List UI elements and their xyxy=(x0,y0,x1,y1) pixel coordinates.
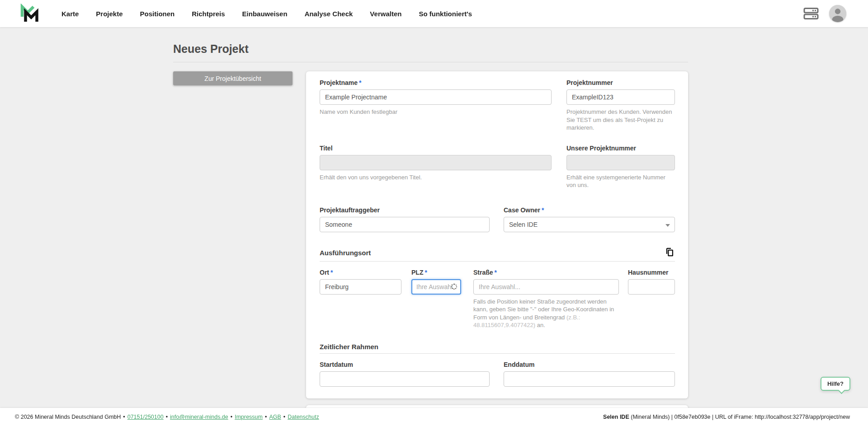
footer: © 2026 Mineral Minds Deutschland GmbH•07… xyxy=(0,408,868,426)
titel-group: Titel Erhält den von uns vorgegebenen Ti… xyxy=(320,145,552,189)
projektname-group: Projektname* Name vom Kunden festlegbar xyxy=(320,79,552,132)
help-button[interactable]: Hilfe? xyxy=(821,377,850,391)
projektname-input[interactable] xyxy=(320,89,552,105)
enddatum-label: Enddatum xyxy=(504,361,675,368)
footer-session-info: Selen IDE (Mineral Minds) | 0f58e7eb093e… xyxy=(603,414,850,420)
plz-label-text: PLZ xyxy=(411,269,423,276)
hausnummer-group: Hausnummer xyxy=(628,269,675,329)
strasse-group: Straße* Falls die Position keiner Straße… xyxy=(473,269,619,329)
ort-label: Ort* xyxy=(320,269,401,276)
projektname-label-text: Projektname xyxy=(320,79,358,86)
footer-link-email[interactable]: info@mineral-minds.de xyxy=(170,414,228,420)
case-owner-selected-value: Selen IDE xyxy=(509,221,538,228)
strasse-label: Straße* xyxy=(473,269,619,276)
main-content: Neues Projekt Zur Projektübersicht Proje… xyxy=(0,0,868,426)
nav-item-verwalten[interactable]: Verwalten xyxy=(370,10,401,18)
page-title: Neues Projekt xyxy=(173,42,688,62)
strasse-helper-main: Falls die Position keiner Straße zugeord… xyxy=(473,298,614,321)
server-icon[interactable] xyxy=(803,7,819,20)
footer-separator: • xyxy=(231,414,232,420)
session-user: Selen IDE xyxy=(603,414,629,420)
required-asterisk: * xyxy=(359,79,361,86)
strasse-input[interactable] xyxy=(473,279,619,295)
case-owner-group: Case Owner* Selen IDE xyxy=(504,206,675,232)
required-asterisk: * xyxy=(425,269,427,276)
zur-projektuebersicht-button[interactable]: Zur Projektübersicht xyxy=(173,71,292,85)
unsere-projektnummer-helper: Erhält eine systemgenerierte Nummer von … xyxy=(566,173,675,189)
titel-label: Titel xyxy=(320,145,552,152)
left-column: Zur Projektübersicht xyxy=(173,71,292,85)
ausfuehrungsort-section-title: Ausführungsort xyxy=(320,249,371,257)
user-avatar-icon[interactable] xyxy=(829,5,846,22)
titel-helper: Erhält den von uns vorgegebenen Titel. xyxy=(320,173,552,182)
strasse-helper-suffix: an. xyxy=(535,322,545,328)
titel-input xyxy=(320,155,552,170)
projektname-helper: Name vom Kunden festlegbar xyxy=(320,108,552,116)
nav-item-karte[interactable]: Karte xyxy=(61,10,79,18)
chevron-down-icon xyxy=(665,224,670,227)
projektname-label: Projektname* xyxy=(320,79,552,86)
unsere-projektnummer-label: Unsere Projektnummer xyxy=(566,145,675,152)
nav-item-richtpreis[interactable]: Richtpreis xyxy=(192,10,225,18)
startdatum-group: Startdatum xyxy=(320,361,490,387)
footer-link-phone[interactable]: 07151/250100 xyxy=(127,414,164,420)
loading-spinner-icon xyxy=(451,284,457,290)
footer-separator: • xyxy=(123,414,125,420)
footer-separator: • xyxy=(265,414,267,420)
case-owner-label-text: Case Owner xyxy=(504,206,540,214)
unsere-projektnummer-input xyxy=(566,155,675,170)
nav-item-positionen[interactable]: Positionen xyxy=(140,10,175,18)
nav-item-einbauweisen[interactable]: Einbauweisen xyxy=(242,10,288,18)
new-project-form-card: Projektname* Name vom Kunden festlegbar … xyxy=(306,71,688,398)
help-button-label: Hilfe? xyxy=(827,380,844,387)
projektauftraggeber-group: Projektauftraggeber xyxy=(320,206,490,232)
footer-separator: • xyxy=(166,414,168,420)
hausnummer-input[interactable] xyxy=(628,279,675,295)
enddatum-group: Enddatum xyxy=(504,361,675,387)
nav-item-so-funktionierts[interactable]: So funktioniert's xyxy=(419,10,472,18)
header-actions xyxy=(803,5,846,22)
ort-input[interactable] xyxy=(320,279,401,295)
footer-link-datenschutz[interactable]: Datenschutz xyxy=(288,414,319,420)
projektnummer-helper: Projektnummer des Kunden. Verwenden Sie … xyxy=(566,108,675,132)
copy-icon[interactable] xyxy=(665,248,675,258)
unsere-projektnummer-group: Unsere Projektnummer Erhält eine systemg… xyxy=(566,145,675,189)
nav-item-projekte[interactable]: Projekte xyxy=(96,10,123,18)
session-details: (Mineral Minds) | 0f58e7eb093e | URL of … xyxy=(629,414,850,420)
required-asterisk: * xyxy=(330,269,333,276)
copyright-text: © 2026 Mineral Minds Deutschland GmbH xyxy=(15,414,121,420)
zeitlicher-rahmen-section-title: Zeitlicher Rahmen xyxy=(320,343,378,351)
case-owner-select[interactable]: Selen IDE xyxy=(504,217,675,232)
ort-group: Ort* xyxy=(320,269,401,329)
case-owner-label: Case Owner* xyxy=(504,206,675,214)
projektnummer-input[interactable] xyxy=(566,89,675,105)
nav-item-analyse-check[interactable]: Analyse Check xyxy=(305,10,353,18)
main-nav: Karte Projekte Positionen Richtpreis Ein… xyxy=(61,10,472,18)
startdatum-label: Startdatum xyxy=(320,361,490,368)
projektnummer-group: Projektnummer Projektnummer des Kunden. … xyxy=(566,79,675,132)
strasse-label-text: Straße xyxy=(473,269,493,276)
plz-input-wrap xyxy=(411,279,461,295)
footer-link-impressum[interactable]: Impressum xyxy=(235,414,263,420)
ort-label-text: Ort xyxy=(320,269,329,276)
enddatum-input[interactable] xyxy=(504,371,675,387)
required-asterisk: * xyxy=(542,206,544,214)
footer-link-agb[interactable]: AGB xyxy=(269,414,281,420)
footer-separator: • xyxy=(283,414,285,420)
required-asterisk: * xyxy=(495,269,497,276)
plz-label: PLZ* xyxy=(411,269,461,276)
projektauftraggeber-input[interactable] xyxy=(320,217,490,232)
footer-left: © 2026 Mineral Minds Deutschland GmbH•07… xyxy=(15,414,319,420)
hausnummer-label: Hausnummer xyxy=(628,269,675,276)
mineral-minds-logo-icon[interactable] xyxy=(18,4,41,23)
top-navbar: Karte Projekte Positionen Richtpreis Ein… xyxy=(0,0,868,27)
startdatum-input[interactable] xyxy=(320,371,490,387)
strasse-helper: Falls die Position keiner Straße zugeord… xyxy=(473,298,619,329)
plz-group: PLZ* xyxy=(411,269,461,329)
projektauftraggeber-label: Projektauftraggeber xyxy=(320,206,490,214)
projektnummer-label: Projektnummer xyxy=(566,79,675,86)
